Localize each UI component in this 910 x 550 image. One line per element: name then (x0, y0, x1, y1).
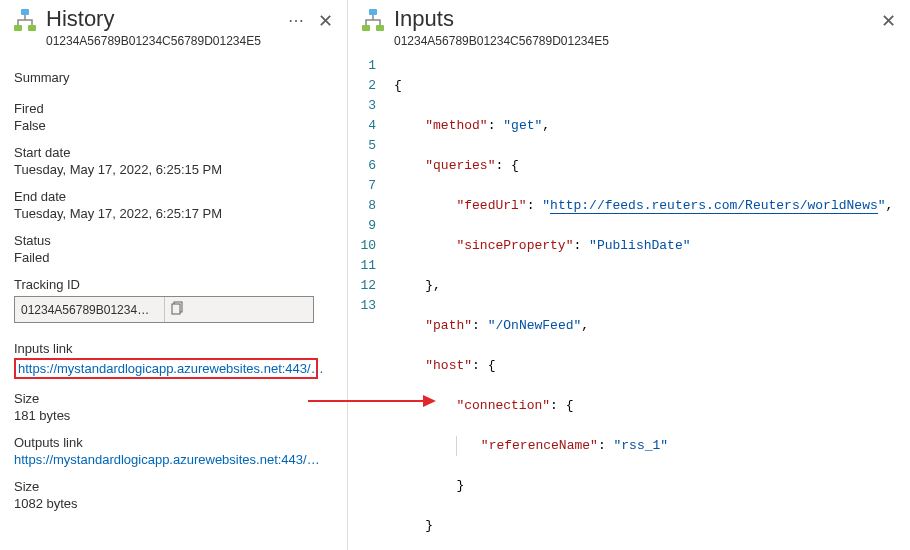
inputs-size-label: Size (14, 391, 333, 406)
history-subtitle: 01234A56789B01234C56789D01234E5 (46, 34, 276, 48)
fired-value: False (14, 118, 333, 133)
start-date-value: Tuesday, May 17, 2022, 6:25:15 PM (14, 162, 333, 177)
inputs-title: Inputs (394, 6, 869, 32)
inputs-link[interactable]: https://mystandardlogicapp.azurewebsites… (18, 361, 324, 376)
tracking-id-field: 01234A56789B01234C56789D01234E5 (14, 296, 314, 323)
close-button[interactable]: ✕ (877, 10, 900, 32)
status-value: Failed (14, 250, 333, 265)
history-body: Summary Fired False Start date Tuesday, … (0, 54, 347, 521)
status-label: Status (14, 233, 333, 248)
outputs-size-value: 1082 bytes (14, 496, 333, 511)
start-date-label: Start date (14, 145, 333, 160)
inputs-link-highlight: https://mystandardlogicapp.azurewebsites… (14, 358, 318, 379)
close-button[interactable]: ✕ (314, 10, 337, 32)
svg-rect-0 (21, 9, 29, 15)
inputs-header: Inputs 01234A56789B01234C56789D01234E5 ✕ (348, 0, 910, 54)
svg-rect-1 (14, 25, 22, 31)
summary-label: Summary (14, 70, 333, 85)
inputs-size-value: 181 bytes (14, 408, 333, 423)
end-date-label: End date (14, 189, 333, 204)
code-content[interactable]: { "method": "get", "queries": { "feedUrl… (384, 54, 910, 550)
svg-rect-8 (362, 25, 370, 31)
logic-app-icon (360, 8, 386, 37)
tracking-id-label: Tracking ID (14, 277, 333, 292)
inputs-panel: Inputs 01234A56789B01234C56789D01234E5 ✕… (348, 0, 910, 550)
inputs-subtitle: 01234A56789B01234C56789D01234E5 (394, 34, 869, 48)
svg-rect-2 (28, 25, 36, 31)
copy-button[interactable] (164, 297, 314, 322)
outputs-link-label: Outputs link (14, 435, 333, 450)
history-header: History 01234A56789B01234C56789D01234E5 … (0, 0, 347, 54)
logic-app-icon (12, 8, 38, 37)
svg-rect-7 (369, 9, 377, 15)
line-gutter: 12345678910111213 (348, 54, 384, 550)
svg-rect-4 (172, 304, 180, 314)
history-title: History (46, 6, 276, 32)
more-icon[interactable]: ⋯ (284, 11, 308, 31)
end-date-value: Tuesday, May 17, 2022, 6:25:17 PM (14, 206, 333, 221)
outputs-size-label: Size (14, 479, 333, 494)
tracking-id-value: 01234A56789B01234C56789D01234E5 (15, 299, 164, 321)
fired-label: Fired (14, 101, 333, 116)
history-panel: History 01234A56789B01234C56789D01234E5 … (0, 0, 348, 550)
outputs-link[interactable]: https://mystandardlogicapp.azurewebsites… (14, 452, 320, 467)
inputs-link-label: Inputs link (14, 341, 333, 356)
svg-rect-9 (376, 25, 384, 31)
json-editor[interactable]: 12345678910111213 { "method": "get", "qu… (348, 54, 910, 550)
